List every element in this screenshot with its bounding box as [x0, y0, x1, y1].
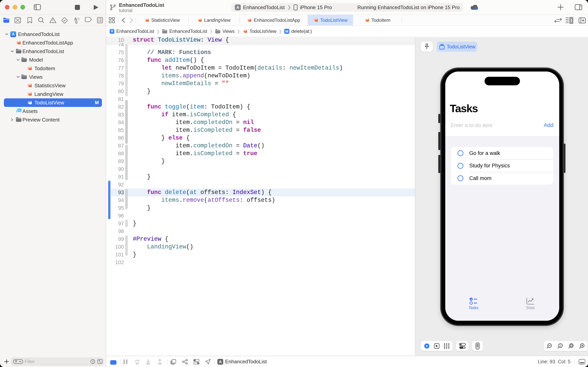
svg-text:A: A: [111, 30, 113, 33]
svg-text:A: A: [219, 359, 222, 364]
svg-text:M: M: [285, 29, 288, 33]
svg-text:A: A: [12, 32, 15, 36]
svg-text:1: 1: [560, 344, 561, 347]
svg-text:A: A: [236, 5, 239, 9]
